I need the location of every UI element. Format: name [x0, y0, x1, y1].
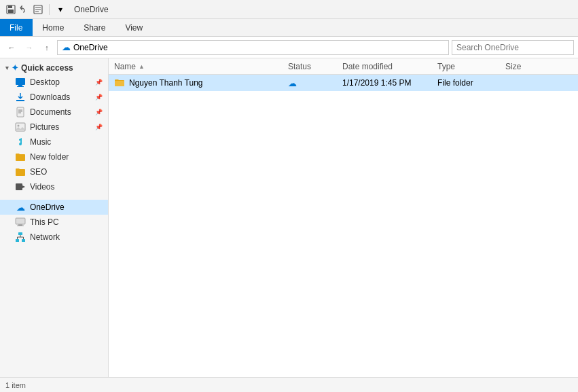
file-name-cell: Nguyen Thanh Tung: [111, 77, 288, 88]
onedrive-icon: ☁: [15, 202, 26, 213]
svg-rect-1: [8, 5, 12, 8]
sidebar-label-new-folder: New folder: [30, 152, 69, 162]
tab-view[interactable]: View: [115, 19, 153, 36]
sidebar-item-this-pc[interactable]: This PC: [0, 215, 108, 230]
title-bar: ▾ OneDrive: [0, 0, 578, 19]
pin-icon-documents: 📌: [95, 109, 103, 115]
tab-share[interactable]: Share: [74, 19, 115, 36]
file-name: Nguyen Thanh Tung: [129, 78, 203, 88]
onedrive-address-icon: ☁: [62, 42, 71, 52]
quick-access-header[interactable]: ▾ ✦ Quick access: [0, 61, 108, 75]
status-bar: 1 item: [0, 377, 578, 392]
back-button[interactable]: ←: [4, 40, 19, 55]
svg-rect-20: [17, 226, 24, 226]
sidebar-item-pictures[interactable]: Pictures 📌: [0, 120, 108, 135]
sidebar: ▾ ✦ Quick access Desktop 📌 Downloads 📌: [0, 58, 109, 377]
search-input[interactable]: [452, 40, 574, 55]
svg-rect-8: [18, 85, 22, 86]
sidebar-divider: [0, 194, 108, 200]
desktop-icon: [15, 77, 26, 88]
sidebar-item-videos[interactable]: Videos: [0, 179, 108, 194]
file-date-modified: 1/17/2019 1:45 PM: [342, 78, 411, 88]
properties-icon[interactable]: [33, 4, 43, 15]
sidebar-label-this-pc: This PC: [30, 217, 59, 227]
svg-rect-14: [16, 123, 25, 131]
save-icon[interactable]: [5, 4, 16, 15]
sidebar-label-pictures: Pictures: [30, 122, 59, 132]
file-list: Name ▲ Status Date modified Type Size: [109, 58, 578, 377]
svg-rect-18: [16, 218, 25, 224]
title-bar-title: OneDrive: [74, 5, 109, 14]
col-header-name[interactable]: Name ▲: [111, 62, 288, 71]
svg-rect-23: [22, 239, 25, 242]
new-folder-icon: [15, 152, 26, 162]
tab-file[interactable]: File: [0, 19, 33, 36]
pin-icon-desktop: 📌: [95, 79, 103, 86]
file-type: File folder: [437, 78, 473, 88]
network-icon: [15, 232, 26, 243]
sidebar-label-videos: Videos: [30, 182, 54, 192]
sidebar-item-downloads[interactable]: Downloads 📌: [0, 90, 108, 105]
svg-rect-16: [16, 183, 22, 190]
svg-point-15: [18, 125, 20, 127]
documents-icon: [15, 107, 26, 118]
address-input[interactable]: ☁ OneDrive: [57, 40, 449, 55]
file-modified-cell: 1/17/2019 1:45 PM: [342, 78, 437, 88]
svg-marker-17: [22, 185, 25, 188]
address-path: OneDrive: [73, 43, 108, 52]
this-pc-icon: [15, 217, 26, 228]
address-bar: ← → ↑ ☁ OneDrive: [0, 37, 578, 58]
sidebar-label-onedrive: OneDrive: [30, 202, 65, 212]
main-layout: ▾ ✦ Quick access Desktop 📌 Downloads 📌: [0, 58, 578, 377]
svg-rect-2: [8, 10, 14, 13]
forward-button[interactable]: →: [22, 40, 37, 55]
sidebar-label-documents: Documents: [30, 107, 71, 117]
svg-rect-21: [18, 232, 22, 235]
sidebar-item-music[interactable]: Music: [0, 135, 108, 149]
quick-access-arrow: ▾: [5, 65, 9, 71]
sidebar-label-network: Network: [30, 232, 60, 242]
chevron-down-icon[interactable]: ▾: [55, 4, 66, 15]
downloads-icon: [15, 92, 26, 103]
undo-icon[interactable]: [19, 4, 30, 15]
svg-rect-22: [16, 239, 19, 242]
sidebar-item-seo[interactable]: SEO: [0, 164, 108, 179]
pictures-icon: [15, 122, 26, 132]
file-list-body: Nguyen Thanh Tung ☁ 1/17/2019 1:45 PM Fi…: [109, 75, 578, 377]
title-bar-icons: ▾: [5, 4, 66, 15]
col-header-type[interactable]: Type: [437, 62, 505, 71]
sidebar-label-desktop: Desktop: [30, 77, 60, 87]
file-status-cell: ☁: [288, 78, 342, 88]
quick-access-star-icon: ✦: [12, 63, 18, 73]
sidebar-label-seo: SEO: [30, 167, 47, 177]
sidebar-label-downloads: Downloads: [30, 92, 70, 102]
divider: [49, 4, 50, 15]
up-button[interactable]: ↑: [39, 40, 54, 55]
svg-rect-10: [17, 107, 24, 117]
svg-rect-9: [17, 86, 24, 87]
col-header-size[interactable]: Size: [505, 62, 560, 71]
table-row[interactable]: Nguyen Thanh Tung ☁ 1/17/2019 1:45 PM Fi…: [109, 75, 578, 91]
folder-icon: [114, 77, 125, 88]
pin-icon-downloads: 📌: [95, 94, 103, 101]
quick-access-label: Quick access: [21, 63, 73, 73]
videos-icon: [15, 181, 26, 192]
sidebar-item-new-folder[interactable]: New folder: [0, 149, 108, 164]
file-type-cell: File folder: [437, 78, 505, 88]
sidebar-item-documents[interactable]: Documents 📌: [0, 105, 108, 120]
cloud-status-icon: ☁: [288, 78, 297, 88]
pin-icon-pictures: 📌: [95, 124, 103, 130]
sidebar-label-music: Music: [30, 137, 51, 147]
sidebar-item-onedrive[interactable]: ☁ OneDrive: [0, 200, 108, 215]
sidebar-item-network[interactable]: Network: [0, 230, 108, 245]
svg-rect-7: [16, 78, 25, 85]
col-header-status[interactable]: Status: [288, 62, 342, 71]
svg-rect-19: [18, 224, 22, 226]
sidebar-item-desktop[interactable]: Desktop 📌: [0, 75, 108, 90]
ribbon-tabs: File Home Share View: [0, 19, 578, 37]
status-text: 1 item: [5, 381, 26, 389]
music-icon: [15, 137, 26, 147]
tab-home[interactable]: Home: [33, 19, 74, 36]
col-header-modified[interactable]: Date modified: [342, 62, 437, 71]
seo-folder-icon: [15, 166, 26, 177]
